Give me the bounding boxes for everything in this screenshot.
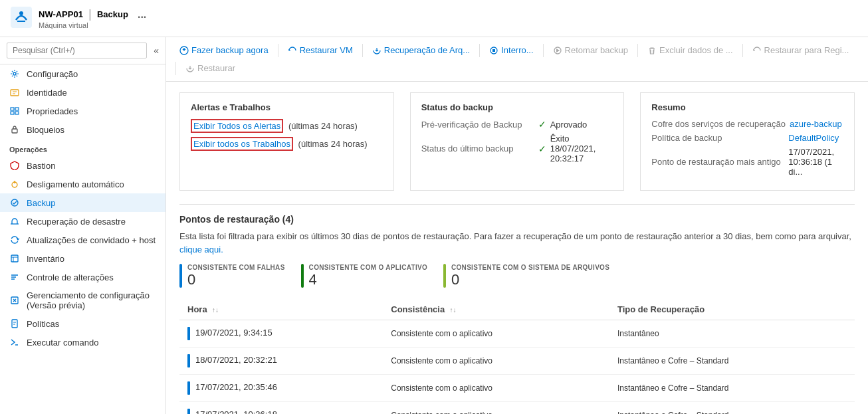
summary-value-2: 17/07/2021, 10:36:18 (1 di... xyxy=(788,147,843,177)
svg-rect-3 xyxy=(11,90,19,96)
stat-falhas: CONSISTENTE COM FALHAS 0 xyxy=(179,264,285,288)
backup-status-icon-0: ✓ xyxy=(538,119,546,130)
sidebar-item-bastion[interactable]: Bastion xyxy=(0,156,165,175)
jobs-link[interactable]: Exibir todos os Trabalhos xyxy=(193,139,290,149)
delete-data-button[interactable]: Excluir dados de ... xyxy=(642,43,738,58)
sidebar: « Configuração Identidade Propriedades xyxy=(0,37,166,414)
toolbar-sep-4 xyxy=(543,44,544,57)
stat-arquivos: CONSISTENTE COM O SISTEMA DE ARQUIVOS 0 xyxy=(443,264,609,288)
resume-backup-button[interactable]: Retomar backup xyxy=(548,43,633,58)
content-body: Alertas e Trabalhos Exibir Todos os Aler… xyxy=(166,82,868,414)
restore-region-button[interactable]: Restaurar para Regi... xyxy=(747,43,855,58)
backup-status-label-1: Status do último backup xyxy=(421,144,534,154)
stat-value-arquivos: 0 xyxy=(451,271,609,288)
sidebar-label-configuracao: Configuração xyxy=(27,69,78,79)
sidebar-item-executar[interactable]: Executar comando xyxy=(0,333,165,352)
svg-rect-12 xyxy=(12,320,17,328)
collapse-sidebar-button[interactable]: « xyxy=(154,45,159,56)
summary-row-0: Cofre dos serviços de recuperação azure-… xyxy=(651,119,843,129)
sort-hora-icon: ↑↓ xyxy=(212,306,219,314)
sidebar-item-backup[interactable]: Backup xyxy=(0,193,165,212)
alerts-link[interactable]: Exibir Todos os Alertas xyxy=(193,121,280,131)
sidebar-item-bloqueios[interactable]: Bloqueios xyxy=(0,120,165,139)
sidebar-item-configuracao[interactable]: Configuração xyxy=(0,64,165,83)
summary-label-1: Política de backup xyxy=(651,133,784,143)
backup-status-icon-1: ✓ xyxy=(538,144,546,154)
changes-icon xyxy=(9,272,20,282)
sidebar-item-recuperacao[interactable]: Recuperação de desastre xyxy=(0,212,165,231)
backup-status-value-0: Aprovado xyxy=(550,120,588,130)
col-consistencia[interactable]: Consistência ↑↓ xyxy=(383,299,609,320)
svg-rect-6 xyxy=(11,112,14,114)
restore-table-head: Hora ↑↓ Consistência ↑↓ Tipo de Recupera… xyxy=(179,299,855,320)
cards-row: Alertas e Trabalhos Exibir Todos os Aler… xyxy=(179,92,855,191)
backup-now-button[interactable]: Fazer backup agora xyxy=(174,43,274,58)
table-row[interactable]: 19/07/2021, 9:34:15 Consistente com o ap… xyxy=(179,320,855,348)
page-header: NW-APP01 | Backup ... Máquina virtual xyxy=(0,0,868,37)
backup-title: Backup xyxy=(97,9,128,19)
sidebar-item-gerenciamento[interactable]: Gerenciamento de configuração (Versão pr… xyxy=(0,286,165,314)
col-tipo: Tipo de Recuperação xyxy=(609,299,855,320)
alerts-link-suffix: (últimas 24 horas) xyxy=(288,121,358,131)
sort-consistencia-icon: ↑↓ xyxy=(450,306,457,314)
policies-icon xyxy=(9,318,20,329)
header-icon xyxy=(11,7,32,30)
svg-rect-10 xyxy=(11,255,18,262)
sidebar-item-identidade[interactable]: Identidade xyxy=(0,83,165,102)
svg-rect-4 xyxy=(11,108,14,110)
sidebar-item-desligamento[interactable]: Desligamento automático xyxy=(0,175,165,193)
svg-rect-0 xyxy=(11,7,32,28)
cell-consistencia-0: Consistente com o aplicativo xyxy=(383,320,609,348)
alerts-jobs-title: Alertas e Trabalhos xyxy=(191,102,383,112)
table-row[interactable]: 17/07/2021, 10:36:18 Consistente com o a… xyxy=(179,402,855,415)
summary-title: Resumo xyxy=(651,102,843,112)
title-separator: | xyxy=(88,7,92,21)
sidebar-label-bastion: Bastion xyxy=(27,161,55,171)
sidebar-label-recuperacao: Recuperação de desastre xyxy=(27,217,126,227)
sidebar-item-atualizacoes[interactable]: Atualizações de convidado + host xyxy=(0,231,165,249)
alerts-jobs-card: Alertas e Trabalhos Exibir Todos os Aler… xyxy=(179,92,394,191)
sidebar-item-propriedades[interactable]: Propriedades xyxy=(0,102,165,120)
restore-vm-button[interactable]: Restaurar VM xyxy=(282,43,358,58)
summary-link-0[interactable]: azure-backup xyxy=(790,119,842,129)
toolbar-sep-1 xyxy=(278,44,278,57)
cell-hora-2: 17/07/2021, 20:35:46 xyxy=(179,375,383,402)
stat-value-falhas: 0 xyxy=(187,271,285,288)
more-menu[interactable]: ... xyxy=(138,9,146,21)
stat-inner-aplicativo: CONSISTENTE COM O APLICATIVO 4 xyxy=(309,264,427,288)
toolbar-sep-5 xyxy=(637,44,638,57)
sidebar-item-inventario[interactable]: Inventário xyxy=(0,249,165,268)
sidebar-item-politicas[interactable]: Políticas xyxy=(0,314,165,333)
cell-tipo-2: Instantâneo e Cofre – Standard xyxy=(609,375,855,402)
search-input[interactable] xyxy=(7,43,147,58)
restore-points-section: Pontos de restauração (4) Esta lista foi… xyxy=(179,214,855,414)
table-row[interactable]: 17/07/2021, 20:35:46 Consistente com o a… xyxy=(179,375,855,402)
summary-link-1[interactable]: DefaultPolicy xyxy=(788,133,839,143)
stats-row: CONSISTENTE COM FALHAS 0 CONSISTENTE COM… xyxy=(179,264,855,288)
restore2-button[interactable]: Restaurar xyxy=(180,60,241,76)
row-indicator-2 xyxy=(187,381,190,395)
sidebar-label-executar: Executar comando xyxy=(27,338,98,348)
stat-bar-falhas xyxy=(179,264,182,288)
bastion-icon xyxy=(9,160,20,171)
stat-inner-arquivos: CONSISTENTE COM O SISTEMA DE ARQUIVOS 0 xyxy=(451,264,609,288)
table-row[interactable]: 18/07/2021, 20:32:21 Consistente com o a… xyxy=(179,348,855,375)
cell-consistencia-3: Consistente com o aplicativo xyxy=(383,402,609,415)
cell-consistencia-1: Consistente com o aplicativo xyxy=(383,348,609,375)
file-recovery-button[interactable]: Recuperação de Arq... xyxy=(367,43,475,58)
cell-hora-1: 18/07/2021, 20:32:21 xyxy=(179,348,383,375)
stat-aplicativo: CONSISTENTE COM O APLICATIVO 4 xyxy=(301,264,427,288)
stat-label-falhas: CONSISTENTE COM FALHAS xyxy=(187,264,285,271)
restore-points-link[interactable]: clique aqui. xyxy=(179,245,223,255)
sidebar-item-controle[interactable]: Controle de alterações xyxy=(0,268,165,286)
interrupt-button[interactable]: Interro... xyxy=(484,43,538,58)
settings-icon xyxy=(9,68,20,79)
jobs-link-suffix: (últimas 24 horas) xyxy=(298,139,368,149)
sidebar-section-operacoes: Operações xyxy=(0,139,165,156)
restore-table: Hora ↑↓ Consistência ↑↓ Tipo de Recupera… xyxy=(179,299,855,414)
lock-icon xyxy=(9,124,20,135)
col-hora[interactable]: Hora ↑↓ xyxy=(179,299,383,320)
shutdown-icon xyxy=(9,179,20,189)
summary-row-2: Ponto de restauração mais antigo 17/07/2… xyxy=(651,147,843,177)
run-command-icon xyxy=(9,337,20,348)
